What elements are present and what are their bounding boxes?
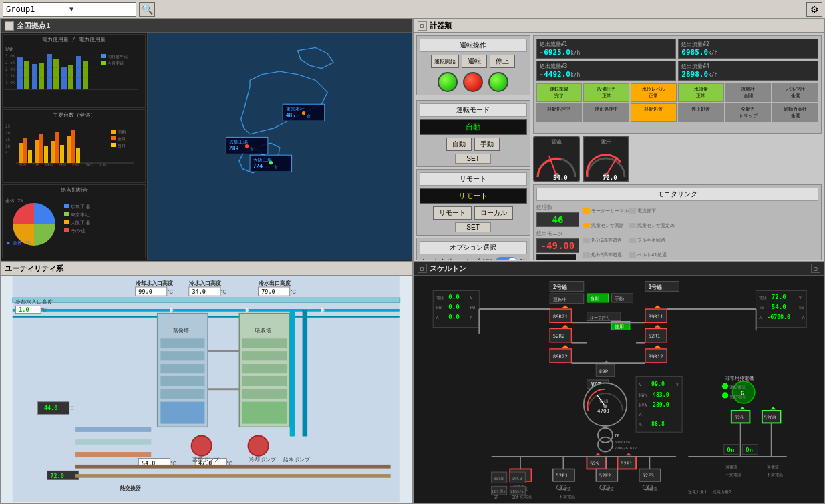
svg-rect-127 (160, 389, 204, 398)
btn-remote[interactable]: リモート (433, 206, 472, 220)
svg-text:99CB: 99CB (512, 476, 522, 481)
count-value: 46 (536, 212, 580, 227)
svg-text:使用: 使用 (614, 323, 623, 329)
svg-text:44.0: 44.0 (44, 404, 57, 411)
svg-text:2号線: 2号線 (552, 283, 567, 290)
panel-bottomleft: ユーティリティ系 冷却水入口高度 99.0 ℃ 冷水入口高度 34.0 ℃ 冷水… (0, 262, 413, 505)
svg-rect-13 (61, 67, 67, 89)
opt1-toggle[interactable] (496, 257, 517, 260)
svg-text:52GB: 52GB (764, 414, 776, 420)
svg-text:冷水入口高度: 冷水入口高度 (189, 280, 222, 286)
svg-text:52R2: 52R2 (552, 333, 564, 339)
btn-auto[interactable]: 自動 (446, 138, 472, 151)
status-cell-7: 起動処理中 (536, 103, 583, 122)
search-button[interactable]: 🔍 (139, 2, 155, 17)
legend-color-1 (583, 208, 590, 214)
svg-text:52S: 52S (590, 460, 599, 466)
svg-text:72.0: 72.0 (50, 472, 63, 479)
svg-text:0.0: 0.0 (448, 293, 460, 300)
opt1-label: オートクリーニング (420, 257, 480, 260)
svg-text:ループ許可: ループ許可 (590, 314, 610, 320)
panel-bottomright-corner-btn-left[interactable]: □ (418, 264, 427, 273)
legend-8: ベルト#1超過 (629, 248, 675, 260)
op-indicators (420, 72, 527, 92)
monitoring-legend: モーターサーマル 電流低下 流量センサ回路 (583, 204, 675, 260)
svg-text:kWh: kWh (639, 392, 647, 397)
flow-section: 処出流量#1 -6925.0k/h 処出流量#2 0985.0k/h 処出流量#… (533, 35, 822, 134)
svg-rect-133 (242, 364, 287, 373)
svg-text:2.0K: 2.0K (5, 67, 15, 71)
svg-text:冷却ポンプ: 冷却ポンプ (249, 457, 277, 463)
flow-label-4: 処出流量#4 (681, 63, 815, 70)
mode-set-btn[interactable]: SET (455, 154, 490, 164)
svg-rect-16 (83, 61, 88, 89)
svg-text:52F3: 52F3 (642, 473, 654, 479)
group-select-value: Group1 (6, 5, 69, 14)
svg-text:非常用発電機: 非常用発電機 (725, 374, 753, 381)
svg-text:処出: 処出 (599, 398, 608, 404)
svg-rect-8 (24, 61, 29, 89)
panel-topright-corner-btn[interactable]: □ (418, 21, 427, 31)
svg-rect-128 (160, 401, 204, 423)
svg-text:手動: 手動 (614, 296, 623, 302)
status-cell-6: バルブ計全開 (772, 83, 818, 102)
svg-text:LBSh/y: LBSh/y (510, 489, 524, 494)
btn-start[interactable]: 運転開始 (431, 55, 459, 68)
svg-text:TUE: TUE (32, 162, 39, 166)
svg-text:V: V (799, 295, 802, 300)
svg-text:▶ 全体 2%: ▶ 全体 2% (7, 240, 31, 246)
svg-text:3.0K: 3.0K (5, 53, 15, 58)
group-select[interactable]: Group1 ▼ (3, 2, 136, 17)
legend-label-2: 電流低下 (637, 208, 656, 214)
svg-rect-157 (75, 439, 151, 445)
btn-stop[interactable]: 停止 (490, 55, 515, 68)
svg-text:A: A (470, 314, 472, 320)
status-cell-9: 起動処置 (631, 103, 677, 122)
flow-value-3: -4492.0 (540, 70, 570, 79)
panel-topleft-title: □ 全国拠点1 (1, 19, 412, 33)
flow-value-1: -6925.0 (540, 48, 570, 57)
svg-text:483.0: 483.0 (652, 391, 669, 397)
svg-text:℃: ℃ (220, 289, 226, 295)
btn-local[interactable]: ローカル (474, 206, 513, 220)
flow-unit-1: k/h (570, 50, 580, 56)
btn-manual[interactable]: 手動 (474, 138, 500, 151)
svg-text:当月: 当月 (118, 143, 126, 148)
panel-topright-title: □ 計器類 (414, 19, 825, 33)
svg-rect-38 (60, 145, 64, 163)
panel-bottomright-corner-btn-right[interactable]: □ (811, 264, 820, 273)
svg-text:kW: kW (799, 305, 804, 310)
legend-color-2 (629, 208, 636, 214)
svg-rect-36 (51, 141, 55, 163)
settings-button[interactable]: ⚙ (806, 2, 822, 17)
svg-text:289: 289 (229, 146, 239, 152)
svg-rect-94 (536, 254, 576, 260)
monitoring-inner: 処理数 46 処出モニタ -49.00 (536, 204, 818, 260)
svg-text:℃: ℃ (167, 289, 173, 295)
svg-text:広島工場: 広島工場 (71, 204, 90, 210)
flow-grid: 処出流量#1 -6925.0k/h 処出流量#2 0985.0k/h 処出流量#… (536, 39, 818, 81)
status-grid: 運転準備完了 設備圧力正常 水位レベル正常 水流量正常 流量計全開 バルブ計全開… (536, 83, 818, 122)
svg-rect-156 (75, 427, 151, 432)
svg-text:52B1: 52B1 (621, 460, 633, 466)
remote-set-btn[interactable]: SET (455, 222, 490, 232)
svg-text:蒸発塔: 蒸発塔 (173, 327, 189, 333)
svg-text:kW: kW (436, 305, 441, 310)
btn-run[interactable]: 運転 (462, 55, 487, 68)
panel-topleft-corner-btn[interactable]: □ (5, 21, 14, 31)
svg-point-150 (248, 435, 268, 455)
status-cell-3: 水位レベル正常 (631, 83, 677, 102)
svg-text:自動: 自動 (590, 296, 599, 302)
pie-chart-svg: 全体 2% 広島工場 東京本社 大阪工場 (4, 194, 138, 248)
indicator-green-1 (438, 72, 458, 92)
svg-rect-57 (64, 204, 69, 208)
remote-section: リモート リモート リモート ローカル SET (416, 169, 530, 236)
svg-text:LBS切ャ: LBS切ャ (492, 489, 506, 493)
svg-rect-49 (111, 130, 116, 134)
pie-chart-block: 拠点別割合 全体 2% 広島工場 東京本社 (2, 184, 146, 258)
svg-text:台: 台 (307, 113, 311, 118)
flow-item-3: 処出流量#3 -4492.0k/h (536, 61, 677, 81)
svg-rect-34 (39, 134, 43, 163)
topright-content: 運転操作 運転開始 運転 停止 運転モード (414, 33, 825, 260)
option-row-1: オートクリーニング OFF ON (420, 257, 527, 260)
